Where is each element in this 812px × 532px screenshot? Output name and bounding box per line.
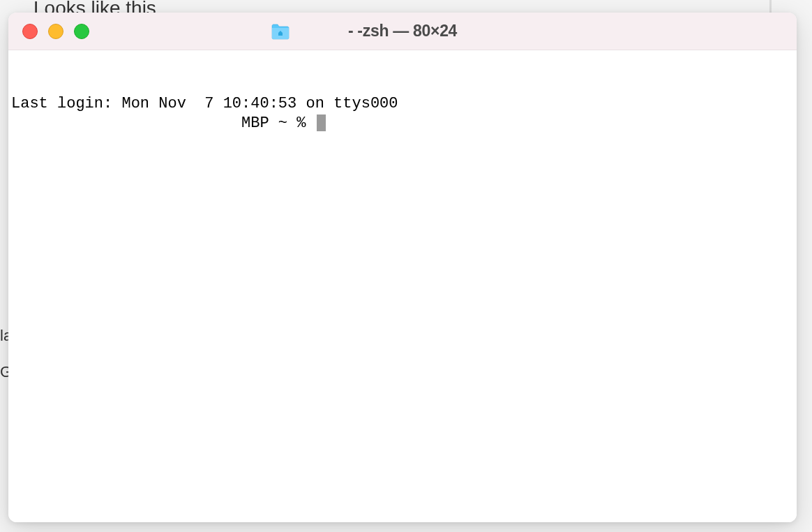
prompt-text: MBP ~ % xyxy=(11,114,315,133)
background-edge xyxy=(769,0,772,14)
window-titlebar[interactable]: - -zsh — 80×24 xyxy=(8,13,797,50)
shell-prompt: MBP ~ % xyxy=(11,114,794,133)
minimize-button[interactable] xyxy=(48,24,63,39)
window-title: - -zsh — 80×24 xyxy=(348,22,457,40)
last-login-line: Last login: Mon Nov 7 10:40:53 on ttys00… xyxy=(11,94,794,114)
home-folder-icon[interactable] xyxy=(271,23,290,40)
zoom-button[interactable] xyxy=(74,24,89,39)
terminal-window[interactable]: - -zsh — 80×24 Last login: Mon Nov 7 10:… xyxy=(8,13,797,522)
terminal-content[interactable]: Last login: Mon Nov 7 10:40:53 on ttys00… xyxy=(8,50,797,522)
cursor xyxy=(317,114,326,131)
traffic-lights xyxy=(8,24,89,39)
close-button[interactable] xyxy=(22,24,38,39)
